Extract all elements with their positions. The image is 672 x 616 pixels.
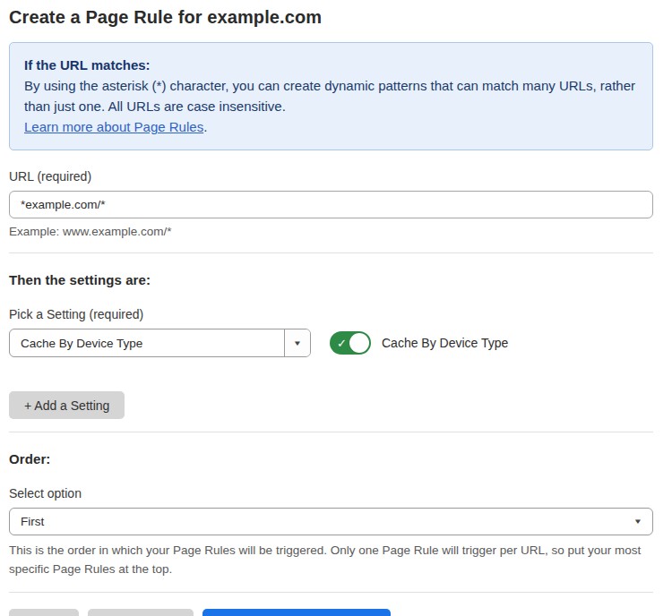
actions-row: Cancel Save as Draft Save and Deploy Pag… [9,609,653,616]
pick-setting-label: Pick a Setting (required) [9,307,653,321]
link-suffix: . [203,119,207,134]
order-select-value: First [21,515,44,528]
info-box-link-line: Learn more about Page Rules. [24,116,638,137]
save-and-deploy-button[interactable]: Save and Deploy Page Rule [202,609,391,616]
save-as-draft-button[interactable]: Save as Draft [88,609,194,616]
setting-dropdown-value: Cache By Device Type [10,329,284,356]
chevron-down-icon: ▼ [293,339,302,347]
cache-by-device-type-toggle[interactable]: ✓ [330,331,371,355]
divider [9,252,653,253]
page-title: Create a Page Rule for example.com [9,7,653,28]
toggle-knob [349,333,369,353]
add-setting-button[interactable]: + Add a Setting [9,391,125,419]
chevron-down-icon: ▼ [633,518,642,526]
info-box-body: By using the asterisk (*) character, you… [24,75,638,116]
setting-dropdown[interactable]: Cache By Device Type ▼ [9,329,311,357]
divider [9,432,653,432]
url-match-info-box: If the URL matches: By using the asteris… [9,42,653,150]
order-help-text: This is the order in which your Page Rul… [9,541,653,578]
check-icon: ✓ [337,338,347,349]
url-example-text: Example: www.example.com/* [9,225,653,238]
divider [9,592,653,593]
create-page-rule-panel: Create a Page Rule for example.com If th… [0,0,672,616]
cancel-button[interactable]: Cancel [9,609,79,616]
toggle-label: Cache By Device Type [382,336,508,350]
order-section-heading: Order: [9,451,653,466]
info-box-heading: If the URL matches: [24,55,638,75]
setting-row: Cache By Device Type ▼ ✓ Cache By Device… [9,329,653,357]
url-field-label: URL (required) [9,169,653,184]
learn-more-link[interactable]: Learn more about Page Rules [24,119,203,134]
settings-section-heading: Then the settings are: [9,272,653,287]
order-select[interactable]: First ▼ [9,508,653,535]
order-select-label: Select option [9,486,653,500]
setting-dropdown-arrow-button[interactable]: ▼ [284,329,310,356]
url-input[interactable] [9,191,653,218]
